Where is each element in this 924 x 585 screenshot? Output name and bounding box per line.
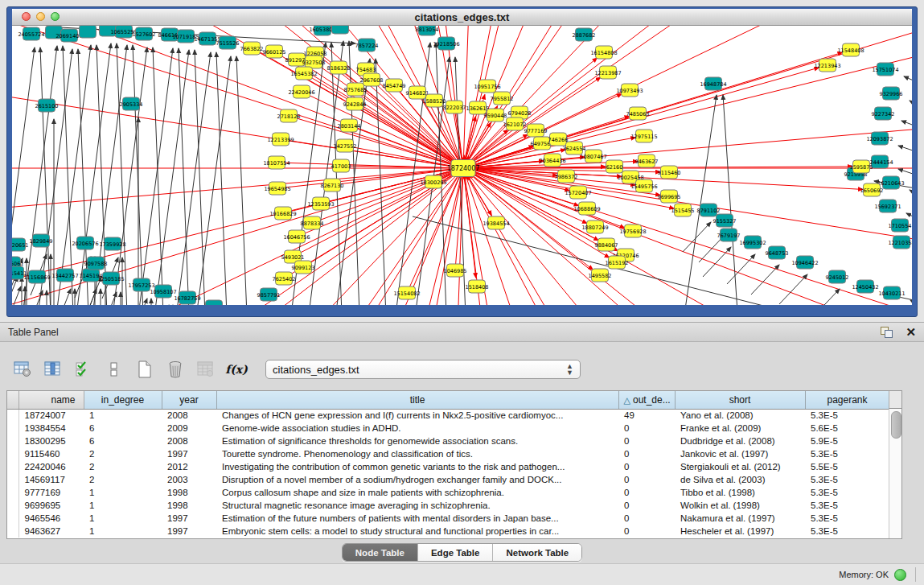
column-header-short[interactable]: short (675, 391, 805, 409)
cell-year[interactable]: 2012 (162, 460, 216, 473)
cell-in_degree[interactable]: 6 (84, 435, 162, 447)
zoom-window-button[interactable] (51, 12, 60, 21)
function-builder-icon[interactable]: f(x) (225, 358, 248, 381)
graph-node[interactable] (332, 26, 349, 34)
cell-title[interactable]: Genome-wide association studies in ADHD. (216, 422, 618, 435)
row-height-icon[interactable] (103, 358, 125, 381)
cell-out_degree[interactable]: 0 (618, 486, 675, 499)
cell-short[interactable]: Franke et al. (2009) (675, 422, 805, 435)
cell-out_degree[interactable]: 0 (618, 422, 675, 435)
cell-in_degree[interactable]: 1 (84, 512, 162, 525)
cell-year[interactable]: 2008 (162, 435, 216, 447)
cell-out_degree[interactable]: 0 (618, 499, 675, 512)
cell-name[interactable]: 14569117 (18, 473, 84, 486)
cell-in_degree[interactable]: 2 (84, 473, 162, 486)
cell-title[interactable]: Disruption of a novel member of a sodium… (216, 473, 618, 486)
cell-short[interactable]: Nakamura et al. (1997) (675, 512, 805, 525)
cell-name[interactable]: 9699695 (18, 499, 84, 512)
table-mode-icon[interactable] (11, 358, 34, 381)
table-select-dropdown[interactable]: citations_edges.txt▲▼ (265, 360, 581, 379)
cell-name[interactable]: 18300295 (18, 435, 84, 447)
cell-title[interactable]: Changes of HCN gene expression and I(f) … (216, 409, 618, 422)
close-panel-icon[interactable]: ✕ (906, 327, 916, 338)
cell-year[interactable]: 1997 (162, 512, 216, 525)
cell-title[interactable]: Embryonic stem cells: a model to study s… (216, 525, 618, 538)
cell-out_degree[interactable]: 0 (618, 460, 675, 473)
close-window-button[interactable] (22, 12, 31, 21)
column-header-pagerank[interactable]: pagerank (805, 391, 889, 409)
cell-year[interactable]: 1998 (162, 486, 216, 499)
table-row[interactable]: 2242004622012Investigating the contribut… (7, 460, 889, 473)
cell-out_degree[interactable]: 49 (618, 409, 675, 422)
cell-short[interactable]: Hescheler et al. (1997) (675, 525, 805, 538)
cell-short[interactable]: Tibbo et al. (1998) (675, 486, 805, 499)
cell-in_degree[interactable]: 1 (84, 486, 162, 499)
citation-network-graph[interactable]: 2405572420691406106552571527602846616010… (12, 26, 912, 305)
cell-title[interactable]: Corpus callosum shape and size in male p… (216, 486, 618, 499)
cell-pagerank[interactable]: 5.3E-5 (805, 499, 889, 512)
tab-node-table[interactable]: Node Table (343, 544, 418, 561)
column-header-title[interactable]: title (216, 391, 618, 409)
vertical-scrollbar[interactable] (889, 409, 901, 538)
cell-short[interactable]: Dudbridge et al. (2008) (675, 435, 805, 447)
table-row[interactable]: 946362711997Embryonic stem cells: a mode… (7, 525, 889, 538)
cell-in_degree[interactable]: 2 (84, 460, 162, 473)
delete-column-icon[interactable] (164, 358, 187, 381)
cell-in_degree[interactable]: 1 (84, 409, 162, 422)
cell-pagerank[interactable]: 5.3E-5 (805, 525, 889, 538)
tab-edge-table[interactable]: Edge Table (418, 544, 494, 561)
cell-pagerank[interactable]: 5.5E-5 (805, 460, 889, 473)
cell-name[interactable]: 18724007 (18, 409, 84, 422)
cell-year[interactable]: 1997 (162, 525, 216, 538)
scrollbar-thumb[interactable] (891, 411, 901, 439)
minimize-window-button[interactable] (36, 12, 45, 21)
show-columns-icon[interactable] (42, 358, 64, 381)
cell-out_degree[interactable]: 0 (618, 447, 675, 460)
cell-pagerank[interactable]: 5.9E-5 (805, 435, 889, 447)
table-row[interactable]: 969969511998Structural magnetic resonanc… (7, 499, 889, 512)
network-canvas[interactable]: 2405572420691406106552571527602846616010… (12, 26, 912, 305)
cell-in_degree[interactable]: 1 (84, 499, 162, 512)
table-row[interactable]: 1456911722003Disruption of a novel membe… (7, 473, 889, 486)
network-window-titlebar[interactable]: citations_edges.txt (12, 9, 912, 26)
cell-name[interactable]: 19384554 (18, 422, 84, 435)
cell-short[interactable]: Yano et al. (2008) (675, 409, 805, 422)
cell-year[interactable]: 2003 (162, 473, 216, 486)
column-header-name[interactable]: name (18, 391, 84, 409)
table-row[interactable]: 977716911998Corpus callosum shape and si… (7, 486, 889, 499)
cell-pagerank[interactable]: 5.3E-5 (805, 447, 889, 460)
cell-pagerank[interactable]: 5.3E-5 (805, 486, 889, 499)
cell-title[interactable]: Tourette syndrome. Phenomenology and cla… (216, 447, 618, 460)
cell-title[interactable]: Estimation of significance thresholds fo… (216, 435, 618, 447)
cell-name[interactable]: 9465546 (18, 512, 84, 525)
cell-out_degree[interactable]: 0 (618, 525, 675, 538)
cell-in_degree[interactable]: 6 (84, 422, 162, 435)
graph-node[interactable] (80, 26, 97, 38)
cell-out_degree[interactable]: 0 (618, 473, 675, 486)
cell-out_degree[interactable]: 0 (618, 512, 675, 525)
cell-title[interactable]: Structural magnetic resonance image aver… (216, 499, 618, 512)
cell-name[interactable]: 9777169 (18, 486, 84, 499)
tab-network-table[interactable]: Network Table (493, 544, 581, 561)
float-panel-icon[interactable] (881, 327, 893, 338)
column-visibility-icon[interactable] (72, 358, 95, 381)
column-header-year[interactable]: year (162, 391, 216, 409)
create-column-icon[interactable] (133, 358, 156, 381)
cell-year[interactable]: 1997 (162, 447, 216, 460)
cell-year[interactable]: 1998 (162, 499, 216, 512)
table-row[interactable]: 911546021997Tourette syndrome. Phenomeno… (7, 447, 889, 460)
cell-title[interactable]: Estimation of the future numbers of pati… (216, 512, 618, 525)
table-row[interactable]: 1830029562008Estimation of significance … (7, 435, 889, 447)
cell-short[interactable]: Wolkin et al. (1998) (675, 499, 805, 512)
cell-pagerank[interactable]: 5.6E-5 (805, 422, 889, 435)
cell-short[interactable]: Jankovic et al. (1997) (675, 447, 805, 460)
table-row[interactable]: 1938455462009Genome-wide association stu… (7, 422, 889, 435)
cell-pagerank[interactable]: 5.3E-5 (805, 409, 889, 422)
cell-short[interactable]: Stergiakouli et al. (2012) (675, 460, 805, 473)
table-row[interactable]: 946554611997Estimation of the future num… (7, 512, 889, 525)
cell-name[interactable]: 22420046 (18, 460, 84, 473)
column-header-in_degree[interactable]: in_degree (84, 391, 162, 409)
cell-short[interactable]: de Silva et al. (2003) (675, 473, 805, 486)
cell-pagerank[interactable]: 5.3E-5 (805, 473, 889, 486)
cell-title[interactable]: Investigating the contribution of common… (216, 460, 618, 473)
